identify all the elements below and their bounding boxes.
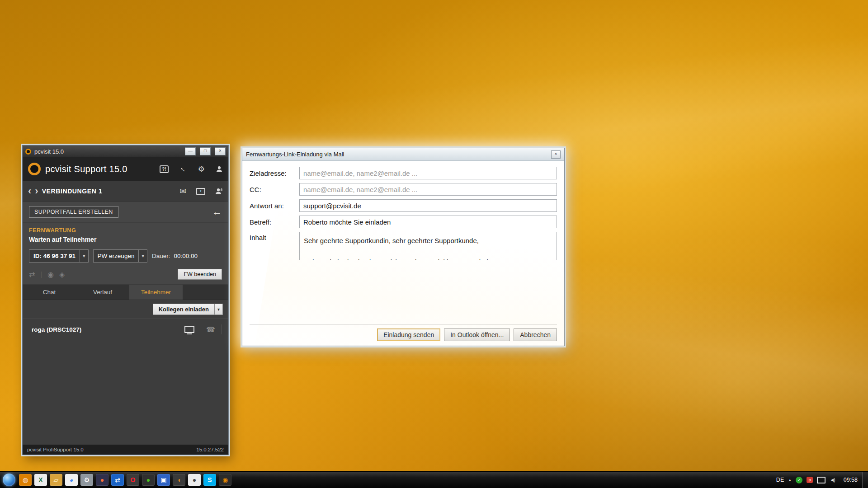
record-session-icon: ◉: [47, 270, 54, 279]
console-app-icon[interactable]: ◖: [173, 474, 185, 486]
speaker-icon[interactable]: ◄): [830, 477, 835, 483]
send-invitation-button[interactable]: Einladung senden: [377, 328, 440, 341]
case-row: SUPPORTFALL ERSTELLEN ←: [23, 202, 228, 223]
pcvisit-app-icon: [25, 149, 31, 155]
to-row: Zieladresse:: [250, 167, 557, 179]
participant-name: roga (DRSC1027): [32, 326, 184, 333]
connections-label: VERBINDUNGEN 1: [42, 188, 170, 195]
screen-share-add-icon[interactable]: +: [196, 188, 205, 195]
duration-label: Dauer:: [152, 253, 170, 259]
pcvisit-window-title: pcvisit 15.0: [34, 148, 181, 155]
send-mail-invite-icon[interactable]: ✉: [180, 187, 186, 196]
session-status-label: Warten auf Teilnehmer: [29, 236, 222, 243]
help-feedback-icon[interactable]: ?!: [160, 165, 168, 173]
invite-person-icon[interactable]: [215, 188, 223, 195]
session-tabs: Chat Verlauf Teilnehmer: [23, 285, 228, 300]
lock-app-icon[interactable]: ●: [188, 474, 201, 486]
open-in-outlook-button[interactable]: In Outlook öffnen...: [444, 328, 510, 341]
dialog-buttons: Einladung senden In Outlook öffnen... Ab…: [250, 328, 557, 341]
fullscreen-icon[interactable]: ↔: [179, 164, 187, 174]
screen-view-icon[interactable]: [184, 326, 194, 333]
cc-input[interactable]: [299, 183, 557, 196]
subject-row: Betreff:: [250, 216, 557, 228]
opera-icon[interactable]: O: [127, 474, 139, 486]
participant-row[interactable]: roga (DRSC1027) ☎: [23, 319, 228, 340]
invite-row: Kollegen einladen ▾: [23, 300, 228, 319]
invite-colleagues-button[interactable]: Kollegen einladen ▾: [153, 304, 223, 315]
language-indicator[interactable]: DE: [776, 477, 784, 483]
security-ok-tray-icon[interactable]: ✓: [796, 477, 802, 483]
pcvisit-session-icon[interactable]: ◉: [219, 474, 231, 486]
security-shield-icon: ◈: [59, 270, 65, 279]
folder-icon[interactable]: ▱: [50, 474, 62, 486]
nav-back-chevron[interactable]: ‹: [28, 186, 31, 196]
cc-label: CC:: [250, 186, 299, 193]
button-separator: [250, 324, 557, 324]
reply-to-input[interactable]: [299, 199, 557, 212]
close-button[interactable]: ×: [215, 147, 226, 155]
dialog-title: Fernwartungs-Link-Einladung via Mail: [246, 151, 551, 158]
firefox-icon[interactable]: ●: [96, 474, 108, 486]
clock[interactable]: 09:58: [839, 477, 862, 483]
show-desktop-button[interactable]: [862, 472, 868, 488]
chevron-down-icon[interactable]: ▾: [80, 250, 88, 262]
tab-chat[interactable]: Chat: [23, 285, 76, 300]
chevron-down-icon[interactable]: ▾: [138, 250, 147, 262]
duration-display: Dauer: 00:00:00: [152, 253, 198, 259]
taskbar-apps: ◍X▱◕⚙●⇄O●▣◖●S◉: [19, 474, 772, 486]
phone-icon: ☎: [206, 325, 215, 334]
dialog-titlebar[interactable]: Fernwartungs-Link-Einladung via Mail ×: [242, 148, 564, 161]
product-name-label: pcvisit ProfiSupport 15.0: [27, 447, 84, 452]
green-app-icon[interactable]: ●: [142, 474, 155, 486]
session-id-dropdown[interactable]: ID: 46 96 37 91 ▾: [29, 249, 89, 263]
teamviewer-icon[interactable]: ⇄: [111, 474, 124, 486]
pcvisit-tray-icon[interactable]: p: [807, 477, 813, 483]
taskbar: ◍X▱◕⚙●⇄O●▣◖●S◉ DE ▲ ✓ p ◄) 09:58: [0, 471, 868, 488]
session-info: FERNWARTUNG Warten auf Teilnehmer: [23, 223, 228, 245]
session-id-value: ID: 46 96 37 91: [29, 250, 80, 262]
hidden-icons-arrow[interactable]: ▲: [788, 478, 792, 482]
windows-app-icon[interactable]: ▣: [157, 474, 170, 486]
back-arrow-icon[interactable]: ←: [212, 206, 222, 218]
pcvisit-setup-icon[interactable]: ◍: [19, 474, 32, 486]
reply-to-label: Antwort an:: [250, 202, 299, 210]
pcvisit-header: pcvisit Support 15.0 ?! ↔ ⚙: [23, 157, 228, 181]
person-icon: [216, 165, 223, 173]
maximize-button[interactable]: □: [200, 147, 211, 155]
system-tray: DE ▲ ✓ p ◄): [772, 477, 839, 483]
start-button[interactable]: [3, 474, 15, 486]
connections-nav: ‹ › VERBINDUNGEN 1 ✉ +: [23, 181, 228, 202]
content-textarea[interactable]: Sehr geehrte Supportkundin, sehr geehrte…: [299, 232, 557, 260]
end-remote-session-button[interactable]: FW beenden: [178, 269, 222, 280]
subject-input[interactable]: [299, 216, 557, 228]
to-input[interactable]: [299, 167, 557, 179]
password-dropdown[interactable]: PW erzeugen ▾: [93, 249, 147, 263]
nav-expand-chevron[interactable]: ›: [35, 186, 38, 196]
version-label: 15.0.27.522: [196, 447, 224, 452]
cancel-button[interactable]: Abbrechen: [514, 328, 557, 341]
tab-verlauf[interactable]: Verlauf: [76, 285, 129, 300]
duration-value: 00:00:00: [174, 253, 198, 259]
content-label: Inhalt: [250, 232, 299, 241]
excel-icon[interactable]: X: [34, 474, 47, 486]
skype-icon[interactable]: S: [203, 474, 216, 486]
create-support-case-button[interactable]: SUPPORTFALL ERSTELLEN: [29, 206, 118, 218]
app-title: pcvisit Support 15.0: [45, 164, 149, 174]
tab-teilnehmer[interactable]: Teilnehmer: [129, 285, 183, 300]
participants-empty-area: [23, 340, 228, 445]
participants-panel: Kollegen einladen ▾ roga (DRSC1027) ☎: [23, 300, 228, 445]
pcvisit-logo-icon: [28, 163, 41, 175]
minimize-button[interactable]: —: [185, 147, 196, 155]
toolbar-divider: |: [40, 271, 42, 278]
account-icon[interactable]: [216, 165, 223, 173]
chrome-icon[interactable]: ◕: [65, 474, 78, 486]
chevron-down-icon[interactable]: ▾: [215, 304, 223, 315]
session-controls: ID: 46 96 37 91 ▾ PW erzeugen ▾ Dauer: 0…: [23, 245, 228, 267]
display-tray-icon[interactable]: [817, 477, 826, 483]
dialog-close-button[interactable]: ×: [551, 150, 561, 159]
system-keys-icon[interactable]: ⚙: [80, 474, 93, 486]
pcvisit-titlebar[interactable]: pcvisit 15.0 — □ ×: [23, 145, 228, 157]
row-divider: [222, 324, 222, 334]
password-generate-label: PW erzeugen: [94, 250, 139, 262]
settings-gear-icon[interactable]: ⚙: [198, 164, 205, 174]
